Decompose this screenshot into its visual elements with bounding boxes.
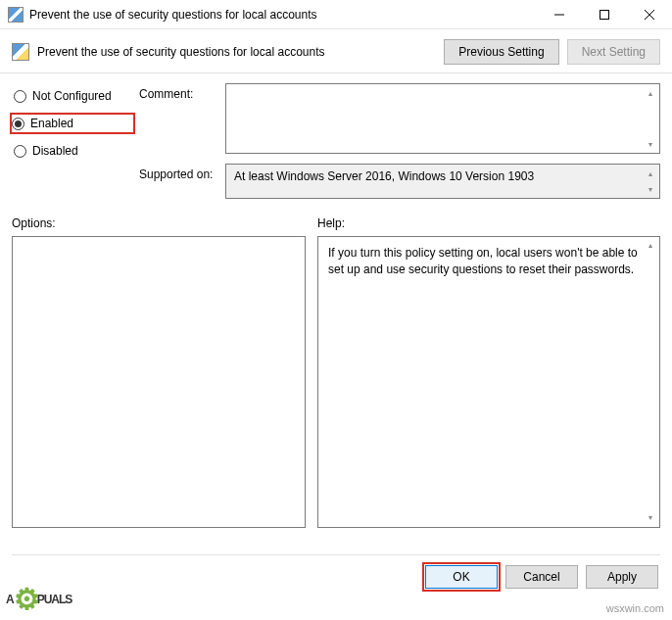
chevron-up-icon[interactable]: ▴ xyxy=(644,239,657,253)
policy-title: Prevent the use of security questions fo… xyxy=(37,45,436,59)
radio-group: Not Configured Enabled Disabled xyxy=(12,83,129,199)
previous-setting-button[interactable]: Previous Setting xyxy=(444,39,558,65)
comment-label: Comment: xyxy=(139,83,217,101)
radio-icon xyxy=(14,90,26,103)
watermark-logo: A⚙PUALS xyxy=(6,582,72,616)
radio-icon xyxy=(12,118,24,130)
radio-label: Enabled xyxy=(30,117,73,130)
help-label: Help: xyxy=(317,216,660,230)
options-label: Options: xyxy=(12,216,306,230)
radio-label: Not Configured xyxy=(32,89,112,103)
next-setting-button[interactable]: Next Setting xyxy=(567,39,660,65)
minimize-icon xyxy=(554,10,564,20)
maximize-button[interactable] xyxy=(582,0,627,29)
options-column: Options: xyxy=(12,216,306,528)
comment-section: Comment: ▴ ▾ Supported on: At least Wind… xyxy=(139,83,660,199)
policy-icon xyxy=(12,43,29,61)
radio-disabled[interactable]: Disabled xyxy=(12,140,129,162)
options-box[interactable] xyxy=(12,236,306,528)
supported-value: At least Windows Server 2016, Windows 10… xyxy=(234,169,534,183)
nav-buttons: Previous Setting Next Setting xyxy=(444,39,660,65)
chevron-up-icon[interactable]: ▴ xyxy=(644,86,657,100)
lower-section: Options: Help: If you turn this policy s… xyxy=(0,216,672,528)
comment-row: Comment: ▴ ▾ xyxy=(139,83,660,154)
supported-label: Supported on: xyxy=(139,164,217,181)
close-button[interactable] xyxy=(627,0,672,29)
help-text: If you turn this policy setting on, loca… xyxy=(328,246,638,276)
chevron-up-icon[interactable]: ▴ xyxy=(644,167,657,180)
ok-button[interactable]: OK xyxy=(425,565,498,589)
radio-not-configured[interactable]: Not Configured xyxy=(12,85,129,107)
help-box: If you turn this policy setting on, loca… xyxy=(317,236,660,528)
supported-row: Supported on: At least Windows Server 20… xyxy=(139,164,660,199)
radio-enabled[interactable]: Enabled xyxy=(10,113,135,134)
svg-rect-1 xyxy=(600,10,609,19)
footer-buttons: OK Cancel Apply xyxy=(425,565,658,589)
radio-dot-icon xyxy=(15,120,22,127)
maximize-icon xyxy=(600,10,609,20)
radio-label: Disabled xyxy=(32,144,78,158)
watermark-prefix: A xyxy=(6,593,14,606)
policy-icon xyxy=(8,7,24,23)
top-row: Not Configured Enabled Disabled Comment:… xyxy=(12,83,660,199)
watermark-url: wsxwin.com xyxy=(606,602,664,614)
content-area: Not Configured Enabled Disabled Comment:… xyxy=(0,73,672,199)
radio-icon xyxy=(14,145,26,158)
window-controls xyxy=(537,0,672,29)
header-section: Prevent the use of security questions fo… xyxy=(0,29,672,73)
watermark-suffix: PUALS xyxy=(37,593,72,606)
help-column: Help: If you turn this policy setting on… xyxy=(317,216,660,528)
chevron-down-icon[interactable]: ▾ xyxy=(644,137,657,151)
cancel-button[interactable]: Cancel xyxy=(505,565,578,589)
minimize-button[interactable] xyxy=(537,0,582,29)
window-title: Prevent the use of security questions fo… xyxy=(29,8,537,22)
close-icon xyxy=(645,10,654,20)
supported-field: At least Windows Server 2016, Windows 10… xyxy=(225,164,660,199)
chevron-down-icon[interactable]: ▾ xyxy=(644,182,657,196)
titlebar: Prevent the use of security questions fo… xyxy=(0,0,672,29)
gear-icon: ⚙ xyxy=(14,582,39,616)
comment-input[interactable]: ▴ ▾ xyxy=(225,83,660,154)
footer-divider xyxy=(12,554,660,555)
chevron-down-icon[interactable]: ▾ xyxy=(644,511,657,525)
apply-button[interactable]: Apply xyxy=(586,565,658,589)
